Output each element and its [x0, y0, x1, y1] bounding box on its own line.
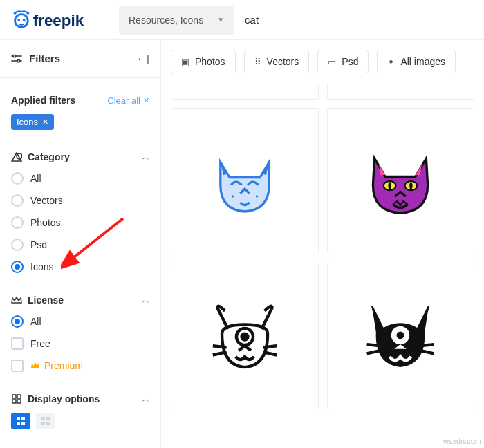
svg-point-19 — [389, 182, 391, 189]
grid-icon — [41, 417, 50, 425]
chevron-up-icon: ︿ — [142, 295, 149, 306]
license-toggle[interactable]: License ︿ — [11, 295, 149, 306]
crown-outline-icon — [11, 295, 22, 306]
brand-text: freepik — [33, 12, 84, 29]
cat-cyclops-outline-icon — [207, 301, 283, 371]
content-type-filters: ▣Photos ⠿Vectors ▭Psd ✦All images — [171, 50, 474, 73]
radio-icon — [11, 261, 24, 273]
search-input[interactable] — [241, 6, 484, 35]
radio-icon — [11, 172, 24, 185]
close-icon: ✕ — [143, 96, 149, 105]
svg-point-20 — [409, 182, 412, 189]
pill-vectors[interactable]: ⠿Vectors — [244, 50, 310, 73]
category-option-icons[interactable]: Icons — [11, 261, 149, 273]
option-label: Vectors — [30, 195, 63, 206]
svg-rect-13 — [12, 400, 16, 403]
svg-point-24 — [397, 331, 404, 339]
option-label: Free — [30, 338, 50, 349]
radio-icon — [11, 239, 24, 251]
option-label: Icons — [30, 261, 53, 272]
display-options-title: Display options — [28, 393, 100, 404]
resources-dropdown[interactable]: Resources, Icons ▼ — [119, 6, 234, 35]
license-title: License — [28, 295, 64, 306]
display-grid-large-button[interactable] — [36, 413, 55, 429]
collapse-sidebar-icon[interactable]: ←| — [136, 53, 149, 64]
svg-rect-12 — [17, 395, 21, 398]
result-card[interactable] — [171, 108, 319, 254]
svg-rect-14 — [17, 400, 21, 403]
pill-label: Photos — [195, 56, 225, 67]
svg-point-6 — [13, 55, 16, 57]
category-option-vectors[interactable]: Vectors — [11, 194, 149, 207]
result-card[interactable] — [171, 263, 319, 409]
category-icon — [11, 151, 22, 162]
applied-filters-section: Applied filters Clear all ✕ Icons ✕ — [0, 77, 160, 140]
display-grid-button[interactable] — [11, 413, 30, 429]
image-icon: ▣ — [181, 57, 189, 67]
radio-icon — [11, 315, 24, 328]
top-bar: freepik Resources, Icons ▼ — [0, 0, 484, 40]
option-label: Psd — [30, 239, 47, 250]
result-card[interactable] — [327, 263, 475, 409]
checkbox-icon — [11, 337, 24, 350]
result-card[interactable] — [171, 84, 319, 100]
radio-icon — [11, 194, 24, 207]
license-option-all[interactable]: All — [11, 315, 149, 328]
svg-point-16 — [256, 195, 258, 197]
result-card[interactable] — [327, 84, 475, 100]
filter-chip-icons[interactable]: Icons ✕ — [11, 114, 54, 130]
cat-icon-blue-outline — [207, 143, 283, 219]
svg-point-22 — [241, 334, 248, 340]
pill-all-images[interactable]: ✦All images — [377, 50, 456, 73]
category-option-all[interactable]: All — [11, 172, 149, 185]
resources-dropdown-label: Resources, Icons — [129, 15, 203, 26]
result-card[interactable] — [327, 108, 475, 254]
results-area: ▣Photos ⠿Vectors ▭Psd ✦All images — [161, 40, 484, 448]
sliders-icon — [11, 53, 22, 64]
svg-point-2 — [23, 19, 26, 21]
pill-label: All images — [400, 56, 445, 67]
category-option-photos[interactable]: Photos — [11, 216, 149, 229]
crown-icon — [30, 360, 40, 371]
radio-icon — [11, 216, 24, 229]
license-option-premium[interactable]: Premium — [11, 360, 149, 372]
svg-point-15 — [232, 195, 234, 197]
applied-filters-title: Applied filters — [11, 95, 75, 106]
pill-label: Psd — [342, 56, 358, 67]
chevron-up-icon: ︿ — [142, 394, 149, 404]
pill-label: Vectors — [267, 56, 299, 67]
filters-title: Filters — [29, 53, 60, 64]
clear-all-label: Clear all — [107, 95, 140, 106]
vector-nodes-icon: ⠿ — [254, 57, 261, 67]
checkbox-icon — [11, 360, 24, 372]
category-title: Category — [28, 151, 70, 162]
pill-photos[interactable]: ▣Photos — [171, 50, 236, 73]
partial-row-stubs — [171, 84, 474, 100]
chevron-up-icon: ︿ — [142, 152, 149, 162]
option-label: Photos — [30, 217, 61, 228]
main-area: Filters ←| Applied filters Clear all ✕ I… — [0, 40, 484, 448]
category-section: Category ︿ All Vectors Photos Psd Icons — [0, 140, 160, 283]
close-icon[interactable]: ✕ — [42, 118, 48, 127]
clear-all-button[interactable]: Clear all ✕ — [107, 95, 149, 106]
svg-point-8 — [17, 59, 20, 62]
category-option-psd[interactable]: Psd — [11, 239, 149, 251]
cat-cyclops-solid-icon — [362, 301, 438, 371]
category-toggle[interactable]: Category ︿ — [11, 151, 149, 162]
option-label: All — [30, 173, 41, 184]
svg-point-1 — [17, 19, 20, 21]
pill-psd[interactable]: ▭Psd — [317, 50, 369, 73]
cat-icon-purple-flat — [362, 143, 438, 219]
license-section: License ︿ All Free Premium — [0, 283, 160, 382]
chevron-down-icon: ▼ — [217, 16, 224, 24]
psd-icon: ▭ — [328, 57, 336, 67]
sidebar: Filters ←| Applied filters Clear all ✕ I… — [0, 40, 161, 448]
watermark: wsxdn.com — [443, 437, 481, 445]
sparkle-icon: ✦ — [387, 57, 395, 67]
display-options-toggle[interactable]: Display options ︿ — [11, 393, 149, 404]
svg-rect-11 — [12, 395, 16, 398]
filters-header: Filters ←| — [0, 40, 160, 77]
grid-icon — [17, 417, 25, 425]
brand-logo[interactable]: freepik — [0, 8, 119, 32]
license-option-free[interactable]: Free — [11, 337, 149, 350]
